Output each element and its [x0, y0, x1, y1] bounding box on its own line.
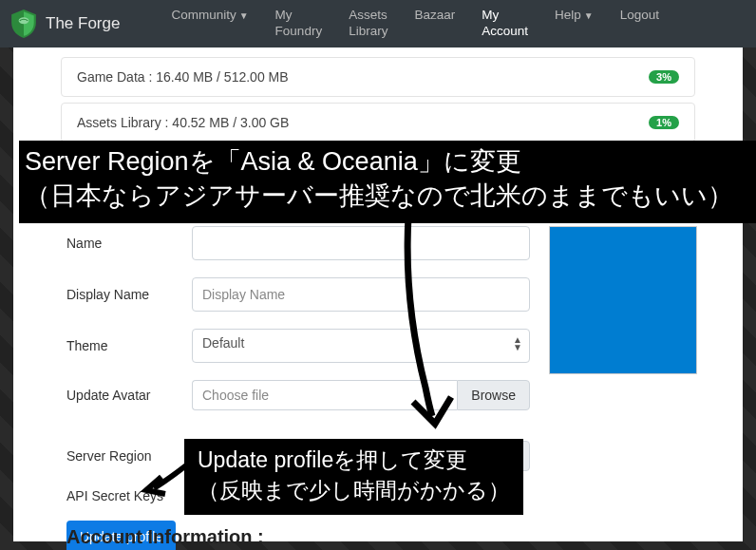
- nav-assets-library[interactable]: Assets Library: [335, 2, 401, 46]
- row-theme: Theme Default ▲▼: [66, 329, 728, 363]
- nav-my-account[interactable]: My Account: [468, 2, 541, 46]
- caret-down-icon: ▼: [239, 10, 249, 21]
- nav-bazaar[interactable]: Bazaar: [401, 2, 468, 46]
- nav-logout[interactable]: Logout: [607, 2, 672, 46]
- api-keys-label: API Secret Keys: [66, 488, 192, 503]
- name-input[interactable]: [192, 226, 530, 260]
- theme-label: Theme: [66, 338, 192, 353]
- storage-assets-label: Assets Library : 40.52 MB / 3.00 GB: [77, 115, 289, 130]
- storage-game-data[interactable]: Game Data : 16.40 MB / 512.00 MB 3%: [61, 57, 695, 97]
- nav-my-foundry[interactable]: My Foundry: [262, 2, 336, 46]
- top-navbar: The Forge Community▼ My Foundry Assets L…: [0, 0, 756, 47]
- name-label: Name: [66, 236, 192, 251]
- account-information-heading: Account Information :: [66, 526, 264, 548]
- theme-select[interactable]: Default: [192, 329, 530, 363]
- nav-community[interactable]: Community▼: [158, 2, 261, 46]
- nav-items: Community▼ My Foundry Assets Library Baz…: [158, 2, 672, 46]
- display-name-label: Display Name: [66, 287, 192, 302]
- annotation-line: Server Regionを「Asia & Oceania」に変更: [25, 144, 752, 179]
- nav-help[interactable]: Help▼: [541, 2, 607, 46]
- caret-down-icon: ▼: [584, 10, 594, 21]
- display-name-input[interactable]: [192, 277, 530, 312]
- annotation-line: Update profileを押して変更: [198, 445, 510, 475]
- brand[interactable]: The Forge: [11, 9, 158, 38]
- avatar-browse-button[interactable]: Browse: [457, 380, 530, 410]
- shield-logo-icon: [11, 9, 36, 38]
- storage-game-badge: 3%: [649, 70, 679, 84]
- avatar-file-display[interactable]: Choose file: [192, 380, 457, 410]
- annotation-server-region: Server Regionを「Asia & Oceania」に変更 （日本ならア…: [19, 141, 756, 223]
- avatar-label: Update Avatar: [66, 388, 192, 403]
- brand-text: The Forge: [46, 14, 120, 33]
- storage-assets-badge: 1%: [649, 116, 679, 129]
- row-display-name: Display Name: [66, 277, 728, 312]
- annotation-line: （反映まで少し時間がかかる）: [198, 475, 510, 505]
- storage-assets-library[interactable]: Assets Library : 40.52 MB / 3.00 GB 1%: [61, 103, 695, 142]
- annotation-update-profile: Update profileを押して変更 （反映まで少し時間がかかる）: [184, 439, 523, 515]
- row-avatar: Update Avatar Choose file Browse: [66, 380, 728, 410]
- storage-game-label: Game Data : 16.40 MB / 512.00 MB: [77, 69, 289, 85]
- region-label: Server Region: [66, 448, 192, 464]
- annotation-line: （日本ならアジアサーバー推奨なので北米のままでもいい）: [25, 179, 752, 213]
- row-name: Name: [66, 226, 728, 260]
